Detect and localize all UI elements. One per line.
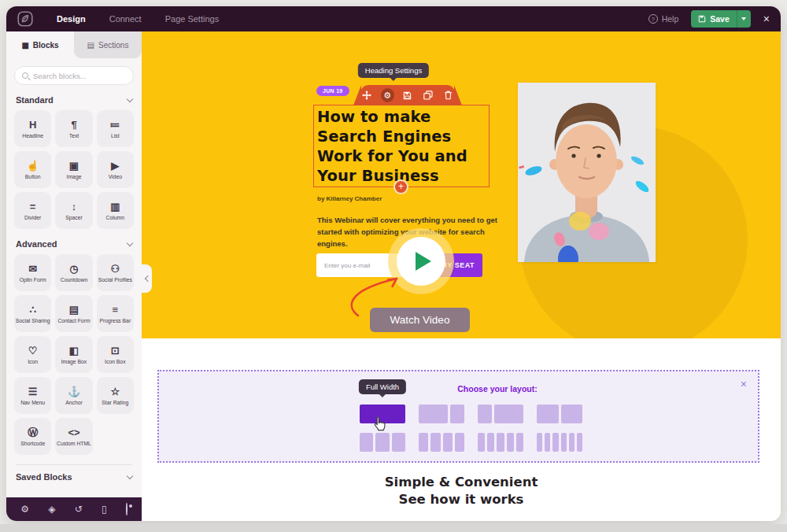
standard-section-header[interactable]: Standard bbox=[16, 95, 132, 105]
block-tile-headline[interactable]: HHeadline bbox=[14, 110, 51, 147]
block-tile-label: Social Sharing bbox=[16, 318, 50, 323]
hero-section: Heading Settings JUN 19 ⚙ How to make S bbox=[142, 31, 781, 338]
layout-option-four-columns[interactable] bbox=[419, 433, 464, 452]
save-block-icon[interactable] bbox=[401, 88, 415, 102]
headline-icon: H bbox=[29, 120, 36, 130]
layout-option-one-third-two-thirds[interactable] bbox=[478, 405, 523, 423]
advanced-section-header[interactable]: Advanced bbox=[16, 239, 132, 249]
layout-option-two-thirds-one-third[interactable] bbox=[419, 405, 464, 423]
sidebar-collapse-handle[interactable] bbox=[142, 264, 152, 293]
social-sharing-icon: ∴ bbox=[30, 305, 36, 315]
save-label: Save bbox=[710, 14, 730, 24]
save-dropdown-button[interactable] bbox=[737, 10, 751, 28]
close-layout-picker-button[interactable]: × bbox=[741, 379, 747, 390]
block-tile-label: Video bbox=[109, 174, 122, 179]
nav-menu-icon: ☰ bbox=[28, 386, 38, 397]
block-tile-image[interactable]: ▣Image bbox=[55, 151, 92, 188]
tab-sections[interactable]: ▤ Sections bbox=[74, 31, 142, 58]
saved-blocks-header[interactable]: Saved Blocks bbox=[16, 472, 132, 482]
blocks-grid-icon: ▦ bbox=[21, 41, 28, 50]
layout-option-block bbox=[577, 433, 582, 452]
element-toolbar: ⚙ bbox=[360, 85, 455, 105]
section-heading: Simple & Convenient See how it works bbox=[142, 474, 781, 508]
block-tile-anchor[interactable]: ⚓Anchor bbox=[55, 377, 92, 414]
block-tile-button[interactable]: ☝Button bbox=[14, 151, 51, 188]
block-tile-icon[interactable]: ♡Icon bbox=[14, 336, 51, 373]
text-icon: ¶ bbox=[71, 120, 76, 130]
layout-option-block bbox=[430, 433, 440, 452]
layout-option-block bbox=[478, 405, 492, 423]
section-heading-line1: Simple & Convenient bbox=[142, 474, 781, 491]
tab-page-settings[interactable]: Page Settings bbox=[165, 14, 220, 24]
layout-option-block bbox=[419, 433, 428, 452]
layout-option-block bbox=[545, 433, 550, 452]
block-tile-countdown[interactable]: ◷Countdown bbox=[55, 254, 92, 291]
layout-option-block bbox=[450, 405, 464, 423]
sidebar-tabs: ▦ Blocks ▤ Sections bbox=[6, 31, 142, 58]
block-tile-list[interactable]: ≔List bbox=[97, 110, 134, 147]
block-tile-star-rating[interactable]: ☆Star Rating bbox=[97, 377, 134, 414]
duplicate-icon[interactable] bbox=[421, 88, 434, 102]
search-blocks-input[interactable] bbox=[33, 72, 126, 80]
eye-icon[interactable] bbox=[126, 504, 127, 514]
block-tile-optin-form[interactable]: ✉Optin Form bbox=[14, 254, 51, 291]
hero-heading[interactable]: How to make Search Engines Work for You … bbox=[317, 107, 486, 186]
block-tile-contact-form[interactable]: ▤Contact Form bbox=[55, 295, 92, 332]
tab-blocks[interactable]: ▦ Blocks bbox=[6, 31, 74, 58]
layout-option-three-columns[interactable] bbox=[360, 433, 405, 452]
save-button[interactable]: Save bbox=[691, 10, 751, 28]
layout-option-block bbox=[494, 405, 523, 423]
blocks-sidebar: ▦ Blocks ▤ Sections Standard HHeadline¶T… bbox=[6, 31, 142, 521]
help-button[interactable]: ? Help bbox=[648, 14, 679, 24]
tab-connect[interactable]: Connect bbox=[109, 14, 142, 24]
block-tile-icon-box[interactable]: ⊡Icon Box bbox=[97, 336, 134, 373]
block-tile-shortcode[interactable]: ⓌShortcode bbox=[14, 418, 51, 455]
image-box-icon: ◧ bbox=[69, 345, 79, 356]
block-tile-social-sharing[interactable]: ∴Social Sharing bbox=[14, 295, 51, 332]
layout-option-five-columns[interactable] bbox=[478, 433, 523, 452]
block-tile-video[interactable]: ▶Video bbox=[97, 151, 134, 188]
block-tile-text[interactable]: ¶Text bbox=[55, 110, 92, 147]
layers-icon[interactable]: ◈ bbox=[48, 504, 55, 514]
mobile-icon[interactable]: ▯ bbox=[102, 504, 107, 514]
block-tile-custom-html[interactable]: <>Custom HTML bbox=[55, 418, 92, 455]
app-logo-leaf-icon bbox=[17, 11, 33, 27]
block-tile-nav-menu[interactable]: ☰Nav Menu bbox=[14, 377, 51, 414]
add-block-button[interactable]: + bbox=[394, 179, 408, 194]
layout-option-block bbox=[419, 405, 448, 423]
play-icon bbox=[416, 252, 431, 271]
block-tile-progress-bar[interactable]: ≡Progress Bar bbox=[97, 295, 134, 332]
watch-video-label[interactable]: Watch Video bbox=[370, 308, 470, 332]
anchor-icon: ⚓ bbox=[68, 386, 80, 397]
search-icon bbox=[22, 72, 28, 79]
block-tile-social-profiles[interactable]: ⚇Social Profiles bbox=[97, 254, 134, 291]
settings-gear-icon[interactable]: ⚙ bbox=[381, 88, 394, 102]
layout-option-two-columns[interactable] bbox=[537, 405, 582, 423]
full-width-tooltip: Full Width bbox=[359, 379, 406, 394]
topbar: Design Connect Page Settings ? Help Save… bbox=[6, 6, 781, 31]
layout-option-six-columns[interactable] bbox=[537, 433, 582, 452]
trash-icon[interactable] bbox=[442, 88, 455, 102]
layout-picker-panel: Choose your layout: × Full Width bbox=[157, 370, 759, 463]
video-icon: ▶ bbox=[111, 161, 119, 171]
date-badge: JUN 19 bbox=[316, 86, 349, 96]
block-tile-column[interactable]: ▥Column bbox=[97, 192, 134, 229]
layout-option-block bbox=[497, 433, 504, 452]
block-tile-divider[interactable]: =Divider bbox=[14, 192, 51, 229]
block-tile-image-box[interactable]: ◧Image Box bbox=[55, 336, 92, 373]
block-tile-label: Image Box bbox=[61, 359, 87, 364]
block-tile-label: Nav Menu bbox=[20, 400, 45, 405]
tab-design[interactable]: Design bbox=[57, 14, 86, 24]
block-tile-label: Divider bbox=[24, 215, 41, 220]
layout-picker-title: Choose your layout: bbox=[457, 384, 538, 393]
history-icon[interactable]: ↺ bbox=[75, 504, 83, 514]
hero-photo[interactable] bbox=[518, 83, 656, 262]
chevron-down-icon bbox=[127, 95, 133, 102]
star-rating-icon: ☆ bbox=[110, 386, 120, 397]
heading-selection-box[interactable]: How to make Search Engines Work for You … bbox=[313, 105, 490, 187]
move-icon[interactable] bbox=[360, 88, 374, 102]
gear-icon[interactable]: ⚙ bbox=[20, 504, 29, 514]
close-builder-button[interactable]: × bbox=[763, 13, 770, 24]
block-tile-spacer[interactable]: ↕Spacer bbox=[55, 192, 92, 229]
block-tile-label: Custom HTML bbox=[57, 441, 91, 446]
